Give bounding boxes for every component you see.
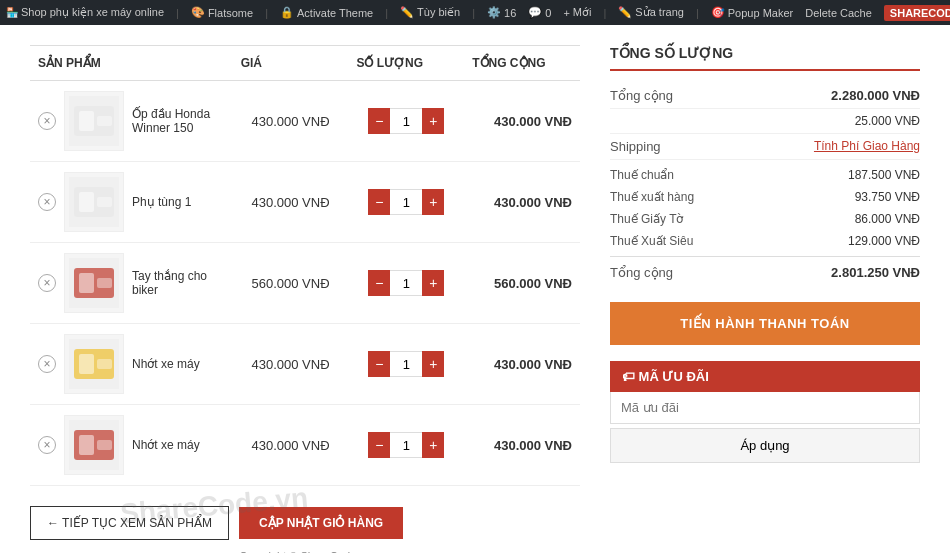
cart-section: SẢN PHẨM GIÁ SỐ LƯỢNG TỔNG CỘNG × Ố [30, 45, 580, 553]
coupon-title: 🏷 MÃ ƯU ĐÃI [610, 361, 920, 392]
product-thumbnail [64, 253, 124, 313]
comment-icon: 💬 [528, 6, 542, 19]
topbar-customize[interactable]: ✏️ Tùy biến [400, 6, 460, 19]
svg-rect-2 [79, 111, 94, 131]
tax-value: 86.000 VNĐ [855, 212, 920, 226]
checkout-button[interactable]: TIẾN HÀNH THANH TOÁN [610, 302, 920, 345]
topbar-new[interactable]: + Mới [563, 6, 591, 19]
product-qty-cell: − + [348, 162, 464, 243]
qty-input[interactable] [390, 270, 422, 296]
shipping-link[interactable]: Tính Phí Giao Hàng [814, 139, 920, 154]
table-row: × Tay thắng cho biker 560.000 VNĐ − + 56… [30, 243, 580, 324]
qty-decrease-button[interactable]: − [368, 189, 390, 215]
product-total: 560.000 VNĐ [464, 243, 580, 324]
qty-decrease-button[interactable]: − [368, 270, 390, 296]
product-cell: × Tay thắng cho biker [38, 253, 225, 313]
topbar-activate-theme[interactable]: 🔒 Activate Theme [280, 6, 373, 19]
tax-label: Thuế chuẩn [610, 168, 674, 182]
topbar-popup-maker[interactable]: 🎯 Popup Maker [711, 6, 793, 19]
topbar: 🏪 Shop phụ kiện xe máy online | 🎨 Flatso… [0, 0, 950, 25]
ngoai-thanh-row: 25.000 VNĐ [610, 109, 920, 134]
edit-page-icon: ✏️ [618, 6, 632, 19]
gear-icon: ⚙️ [487, 6, 501, 19]
topbar-comments[interactable]: 💬 0 [528, 6, 551, 19]
cart-table: SẢN PHẨM GIÁ SỐ LƯỢNG TỔNG CỘNG × Ố [30, 45, 580, 486]
topbar-gear[interactable]: ⚙️ 16 [487, 6, 516, 19]
table-row: × Ốp đầu Honda Winner 150 430.000 VNĐ − … [30, 81, 580, 162]
remove-item-button[interactable]: × [38, 112, 56, 130]
product-thumbnail [64, 91, 124, 151]
topbar-delete-cache[interactable]: Delete Cache [805, 7, 872, 19]
ngoai-thanh-value: 25.000 VNĐ [855, 114, 920, 128]
svg-rect-18 [79, 435, 94, 455]
qty-input[interactable] [390, 432, 422, 458]
subtotal-row: Tổng cộng 2.280.000 VNĐ [610, 83, 920, 109]
svg-rect-15 [97, 359, 112, 369]
main-container: SẢN PHẨM GIÁ SỐ LƯỢNG TỔNG CỘNG × Ố [0, 25, 950, 553]
shipping-row: Shipping Tính Phí Giao Hàng [610, 134, 920, 160]
qty-increase-button[interactable]: + [422, 270, 444, 296]
edit-icon: ✏️ [400, 6, 414, 19]
table-row: × Nhớt xe máy 430.000 VNĐ − + 430.000 VN… [30, 324, 580, 405]
total-label: Tổng cộng [610, 265, 673, 280]
tax-row: Thuế chuẩn 187.500 VNĐ [610, 164, 920, 186]
svg-rect-10 [79, 273, 94, 293]
qty-input[interactable] [390, 108, 422, 134]
svg-rect-19 [97, 440, 112, 450]
coupon-input[interactable] [610, 392, 920, 424]
product-name: Nhớt xe máy [132, 438, 200, 452]
product-total: 430.000 VNĐ [464, 162, 580, 243]
plus-icon: + [563, 7, 569, 19]
qty-decrease-button[interactable]: − [368, 432, 390, 458]
popup-icon: 🎯 [711, 6, 725, 19]
remove-item-button[interactable]: × [38, 436, 56, 454]
qty-control: − + [356, 189, 456, 215]
coupon-apply-button[interactable]: Áp dụng [610, 428, 920, 463]
product-cell: × Nhớt xe máy [38, 334, 225, 394]
summary-title: TỔNG SỐ LƯỢNG [610, 45, 920, 71]
col-header-product: SẢN PHẨM [30, 46, 233, 81]
tax-row: Thuế Giấy Tờ 86.000 VNĐ [610, 208, 920, 230]
tax-value: 93.750 VNĐ [855, 190, 920, 204]
summary-section: TỔNG SỐ LƯỢNG Tổng cộng 2.280.000 VNĐ 25… [610, 45, 920, 553]
topbar-flatsome[interactable]: 🎨 Flatsome [191, 6, 253, 19]
tax-row: Thuế Xuất Siêu 129.000 VNĐ [610, 230, 920, 252]
update-cart-button[interactable]: CẬP NHẬT GIỎ HÀNG [239, 507, 403, 539]
product-name: Phụ tùng 1 [132, 195, 191, 209]
product-name: Ốp đầu Honda Winner 150 [132, 107, 225, 135]
qty-input[interactable] [390, 189, 422, 215]
product-price: 430.000 VNĐ [233, 162, 349, 243]
remove-item-button[interactable]: × [38, 355, 56, 373]
tax-label: Thuế xuất hàng [610, 190, 694, 204]
topbar-shop[interactable]: 🏪 Shop phụ kiện xe máy online [6, 6, 164, 19]
qty-increase-button[interactable]: + [422, 351, 444, 377]
total-value: 2.801.250 VNĐ [831, 265, 920, 280]
col-header-total: TỔNG CỘNG [464, 46, 580, 81]
product-total: 430.000 VNĐ [464, 81, 580, 162]
svg-rect-6 [79, 192, 94, 212]
remove-item-button[interactable]: × [38, 193, 56, 211]
product-thumbnail [64, 415, 124, 475]
subtotal-label: Tổng cộng [610, 88, 673, 103]
topbar-logo: SHARECODE.vn [884, 5, 950, 21]
qty-input[interactable] [390, 351, 422, 377]
qty-increase-button[interactable]: + [422, 432, 444, 458]
qty-control: − + [356, 270, 456, 296]
product-price: 430.000 VNĐ [233, 324, 349, 405]
table-row: × Nhớt xe máy 430.000 VNĐ − + 430.000 VN… [30, 405, 580, 486]
svg-rect-14 [79, 354, 94, 374]
product-name: Tay thắng cho biker [132, 269, 225, 297]
continue-shopping-button[interactable]: ← TIẾP TỤC XEM SẢN PHẨM [30, 506, 229, 540]
remove-item-button[interactable]: × [38, 274, 56, 292]
qty-decrease-button[interactable]: − [368, 108, 390, 134]
qty-increase-button[interactable]: + [422, 108, 444, 134]
topbar-edit-page[interactable]: ✏️ Sửa trang [618, 6, 684, 19]
table-row: × Phụ tùng 1 430.000 VNĐ − + 430.000 VNĐ [30, 162, 580, 243]
product-total: 430.000 VNĐ [464, 405, 580, 486]
qty-control: − + [356, 108, 456, 134]
tax-label: Thuế Xuất Siêu [610, 234, 693, 248]
product-cell: × Ốp đầu Honda Winner 150 [38, 91, 225, 151]
qty-decrease-button[interactable]: − [368, 351, 390, 377]
col-header-price: GIÁ [233, 46, 349, 81]
qty-increase-button[interactable]: + [422, 189, 444, 215]
